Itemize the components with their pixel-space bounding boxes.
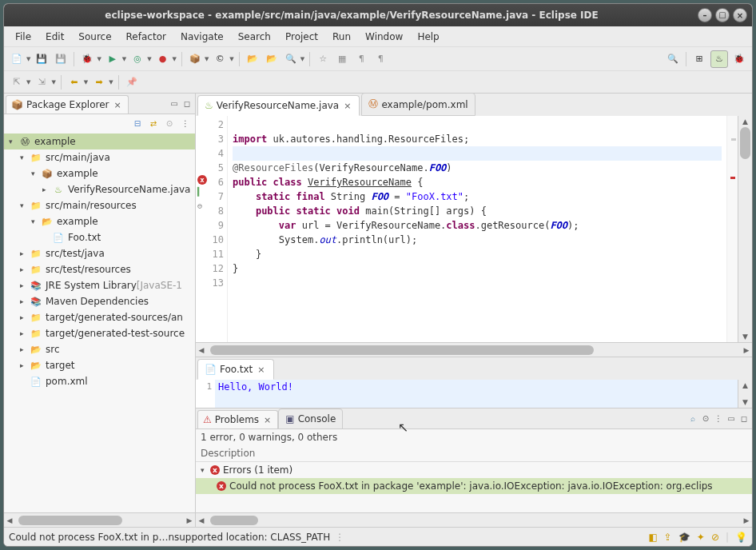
chevron-down-icon[interactable]: ▼ <box>229 56 233 62</box>
package-node[interactable]: ▾📦example <box>4 165 195 181</box>
package-explorer-tab[interactable]: 📦 Package Explorer × <box>6 95 129 114</box>
source-folder-node[interactable]: ▸📁target/generated-test-source <box>4 325 195 341</box>
focus-task-icon[interactable]: ⊙ <box>163 117 176 130</box>
close-icon[interactable]: × <box>342 101 352 111</box>
collapse-marker[interactable]: ⊖ <box>197 199 207 213</box>
forward-icon[interactable]: ➡ <box>91 74 107 90</box>
whats-new-icon[interactable]: ✦ <box>697 532 705 543</box>
new-class-icon[interactable]: © <box>212 51 228 67</box>
samples-icon[interactable]: ⇪ <box>664 532 672 543</box>
chevron-down-icon[interactable]: ▼ <box>122 56 126 62</box>
menu-help[interactable]: Help <box>411 28 445 46</box>
menu-search[interactable]: Search <box>232 28 277 46</box>
view-menu-icon[interactable]: ⋮ <box>712 412 725 425</box>
run-icon[interactable]: ▶ <box>105 51 121 67</box>
focus-icon[interactable]: ⊙ <box>699 412 712 425</box>
chevron-down-icon[interactable]: ▼ <box>173 56 177 62</box>
tip-icon[interactable]: 💡 <box>735 532 747 543</box>
minimize-button[interactable]: – <box>698 8 712 22</box>
search-icon[interactable]: 🔍 <box>283 51 299 67</box>
collapse-all-icon[interactable]: ⊟ <box>131 117 144 130</box>
maximize-view-icon[interactable]: ◻ <box>181 98 193 110</box>
close-icon[interactable]: × <box>262 415 273 425</box>
report-icon[interactable]: ⊘ <box>711 532 719 543</box>
library-node[interactable]: ▸📚Maven Dependencies <box>4 293 195 309</box>
collapse-all-icon[interactable]: ⇱ <box>9 74 25 90</box>
save-all-icon[interactable]: 💾 <box>53 51 69 67</box>
close-icon[interactable]: × <box>113 100 123 110</box>
folder-node[interactable]: ▸📂src <box>4 341 195 357</box>
error-marker-icon[interactable]: x <box>197 175 207 185</box>
chevron-down-icon[interactable]: ▼ <box>51 79 55 86</box>
filter-icon[interactable]: ⌕ <box>686 412 699 425</box>
code-content[interactable]: import uk.autores.handling.ResourceFiles… <box>228 116 726 342</box>
debug-perspective-button[interactable]: 🐞 <box>731 51 747 67</box>
open-type-icon[interactable]: 📂 <box>245 51 261 67</box>
back-icon[interactable]: ⬅ <box>66 74 82 90</box>
editor-body[interactable]: x ▍ ⊖ 2 3 4 5 6 7 8 9 10 11 <box>196 116 752 342</box>
source-folder-node[interactable]: ▸📁src/test/java <box>4 245 195 261</box>
java-file-node[interactable]: ▸♨VerifyResourceName.java <box>4 181 195 197</box>
pin-icon[interactable]: 📌 <box>124 74 140 90</box>
error-indicator[interactable] <box>730 177 735 179</box>
problems-hscrollbar[interactable]: ◀▶ <box>196 512 752 527</box>
pilcrow-icon[interactable]: ¶ <box>372 51 388 67</box>
text-file-node[interactable]: 📄Foo.txt <box>4 229 195 245</box>
menu-source[interactable]: Source <box>72 28 117 46</box>
text-content[interactable]: Hello, World! <box>215 380 738 408</box>
folder-node[interactable]: ▸📂target <box>4 357 195 373</box>
open-perspective-icon[interactable]: ⊞ <box>691 51 707 67</box>
menu-file[interactable]: File <box>9 28 38 46</box>
menu-run[interactable]: Run <box>326 28 357 46</box>
error-group-row[interactable]: ▾ x Errors (1 item) <box>196 462 752 478</box>
close-icon[interactable]: × <box>256 365 266 375</box>
problems-column-header[interactable]: Description <box>196 445 752 462</box>
chevron-down-icon[interactable]: ▼ <box>300 56 304 62</box>
view-menu-icon[interactable]: ⋮ <box>179 117 192 130</box>
source-folder-node[interactable]: ▸📁target/generated-sources/an <box>4 309 195 325</box>
quick-access-icon[interactable]: 🔍 <box>665 51 681 67</box>
link-with-editor-icon[interactable]: ⇄ <box>147 117 160 130</box>
project-node[interactable]: ▾Ⓜexample <box>4 134 195 149</box>
editor-hscrollbar[interactable]: ◀▶ <box>196 342 752 357</box>
editor-tab-foo[interactable]: 📄 Foo.txt × <box>197 359 274 380</box>
library-node[interactable]: ▸📚JRE System Library [JavaSE-1 <box>4 277 195 293</box>
problems-tab[interactable]: ⚠ Problems × <box>197 410 278 428</box>
sidebar-hscrollbar[interactable]: ◀▶ <box>4 512 195 527</box>
chevron-down-icon[interactable]: ▼ <box>205 56 209 62</box>
minimize-view-icon[interactable]: ▭ <box>725 412 738 425</box>
chevron-down-icon[interactable]: ▼ <box>26 79 30 86</box>
occurrence-indicator[interactable] <box>731 138 736 141</box>
editor-tab-java[interactable]: ♨ VerifyResourceName.java × <box>197 95 360 116</box>
close-button[interactable]: × <box>733 8 747 22</box>
menu-navigate[interactable]: Navigate <box>174 28 230 46</box>
secondary-body[interactable]: 1 Hello, World! ▲▼ <box>196 380 752 408</box>
coverage-icon[interactable]: ◎ <box>129 51 145 67</box>
secondary-vscrollbar[interactable]: ▲▼ <box>738 380 752 408</box>
new-package-icon[interactable]: 📦 <box>187 51 203 67</box>
run-last-icon[interactable]: ● <box>155 51 171 67</box>
editor-vscrollbar[interactable]: ▲ ▼ <box>738 116 752 342</box>
link-editor-icon[interactable]: ⇲ <box>34 74 50 90</box>
chevron-down-icon[interactable]: ▼ <box>147 56 151 62</box>
chevron-down-icon[interactable]: ▼ <box>109 79 113 86</box>
debug-icon[interactable]: 🐞 <box>79 51 95 67</box>
menu-refactor[interactable]: Refactor <box>120 28 173 46</box>
maximize-view-icon[interactable]: ◻ <box>738 412 750 425</box>
chevron-down-icon[interactable]: ▼ <box>97 56 101 62</box>
menu-edit[interactable]: Edit <box>39 28 70 46</box>
chevron-down-icon[interactable]: ▼ <box>84 79 88 86</box>
error-item-row[interactable]: x Could not process FooX.txt in package … <box>196 478 752 494</box>
source-folder-node[interactable]: ▾📁src/main/resources <box>4 197 195 213</box>
minimize-view-icon[interactable]: ▭ <box>168 98 181 110</box>
menu-window[interactable]: Window <box>359 28 409 46</box>
tutorials-icon[interactable]: 🎓 <box>678 532 690 543</box>
console-tab[interactable]: ▣ Console <box>278 409 343 429</box>
overview-ruler[interactable] <box>726 116 738 342</box>
new-icon[interactable]: 📄 <box>9 51 25 67</box>
toggle-mark-icon[interactable]: ☆ <box>315 51 331 67</box>
overview-icon[interactable]: ◧ <box>648 532 657 543</box>
menu-project[interactable]: Project <box>279 28 324 46</box>
xml-file-node[interactable]: 📄pom.xml <box>4 373 195 389</box>
editor-tab-pom[interactable]: Ⓜ example/pom.xml <box>361 94 475 116</box>
